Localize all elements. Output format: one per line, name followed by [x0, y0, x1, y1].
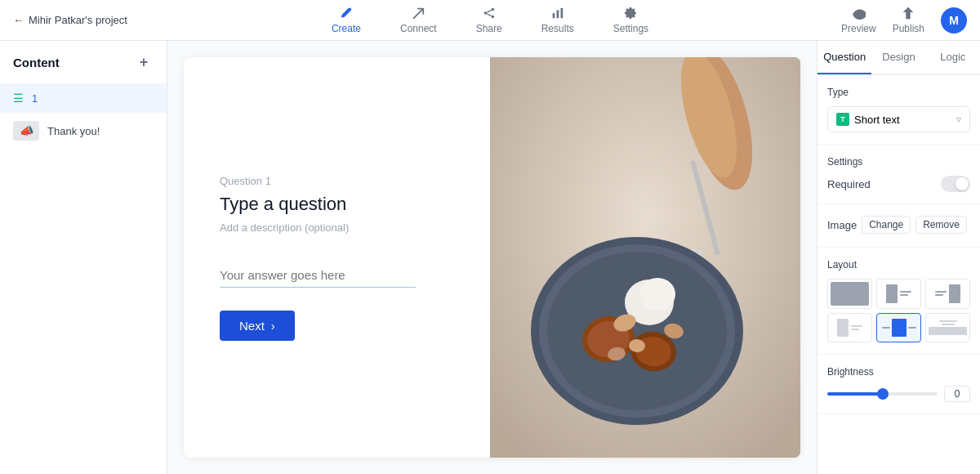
nav-right: Preview Publish M — [841, 6, 967, 34]
next-button[interactable]: Next › — [220, 311, 295, 341]
type-select-dropdown[interactable]: T Short text ▿ — [827, 106, 970, 132]
nav-share[interactable]: Share — [470, 2, 509, 38]
settings-section: Settings Required — [817, 145, 980, 204]
brightness-fill — [827, 392, 883, 396]
required-toggle[interactable] — [941, 176, 970, 192]
nav-center: Create Connect Share Results — [325, 2, 655, 38]
thank-you-icon: 📣 — [13, 121, 39, 141]
create-icon — [339, 6, 354, 20]
nav-create-label: Create — [332, 23, 361, 34]
svg-point-16 — [547, 252, 727, 410]
svg-line-3 — [487, 10, 491, 12]
back-arrow-icon: ← — [13, 14, 24, 26]
question-number: 1 — [32, 92, 38, 105]
brightness-value: 0 — [944, 386, 970, 402]
svg-point-18 — [639, 278, 675, 311]
results-icon — [550, 6, 565, 20]
nav-share-label: Share — [476, 23, 502, 34]
tab-question[interactable]: Question — [817, 41, 871, 74]
food-photo — [490, 57, 800, 458]
svg-line-4 — [487, 14, 491, 16]
next-arrow-icon: › — [271, 319, 275, 333]
content-area: Question 1 Type a question Add a descrip… — [167, 41, 817, 474]
toggle-knob — [956, 177, 969, 190]
nav-results-label: Results — [541, 23, 574, 34]
tab-logic[interactable]: Logic — [926, 41, 980, 74]
nav-settings-label: Settings — [613, 23, 648, 34]
svg-rect-5 — [552, 13, 555, 18]
brightness-label: Brightness — [827, 366, 970, 378]
avatar[interactable]: M — [941, 7, 967, 34]
layout-full[interactable] — [827, 279, 872, 309]
question-title: Type a question — [220, 194, 454, 215]
type-section: Type T Short text ▿ — [817, 75, 980, 145]
thank-you-label: Thank you! — [47, 125, 100, 137]
settings-label: Settings — [827, 156, 970, 168]
thank-you-item[interactable]: 📣 Thank you! — [0, 113, 167, 149]
sidebar-header: Content + — [0, 41, 167, 83]
nav-connect[interactable]: Connect — [394, 2, 443, 38]
layout-left-img-right-text[interactable] — [876, 279, 921, 309]
svg-point-2 — [483, 11, 487, 15]
form-left: Question 1 Type a question Add a descrip… — [184, 57, 490, 458]
image-label: Image — [827, 219, 857, 231]
answer-input[interactable] — [220, 263, 416, 288]
layout-label: Layout — [827, 259, 970, 271]
layout-center-selected[interactable] — [876, 313, 921, 343]
type-label: Type — [827, 87, 970, 98]
required-label: Required — [827, 178, 871, 190]
layout-left-half[interactable] — [827, 313, 872, 343]
layout-bottom-img[interactable] — [925, 313, 970, 343]
short-text-type-icon: T — [836, 113, 849, 126]
image-section: Image Change Remove — [817, 204, 980, 248]
sidebar-title: Content — [13, 56, 60, 69]
svg-rect-7 — [560, 8, 563, 19]
tab-design[interactable]: Design — [871, 41, 925, 74]
publish-btn[interactable]: Publish — [893, 6, 924, 34]
image-row: Image Change Remove — [827, 216, 970, 234]
preview-icon — [851, 6, 866, 20]
form-card: Question 1 Type a question Add a descrip… — [184, 57, 800, 458]
add-content-button[interactable]: + — [134, 52, 154, 72]
preview-btn[interactable]: Preview — [841, 6, 876, 34]
back-link[interactable]: ← Mihir Patkar's project — [13, 14, 127, 26]
publish-label: Publish — [893, 23, 924, 34]
preview-label: Preview — [841, 23, 876, 34]
nav-create[interactable]: Create — [325, 2, 368, 38]
food-svg — [490, 57, 800, 458]
layout-section: Layout — [817, 248, 980, 355]
type-select-left: T Short text — [836, 113, 900, 126]
nav-results[interactable]: Results — [535, 2, 581, 38]
connect-icon — [411, 6, 425, 20]
remove-image-button[interactable]: Remove — [915, 216, 967, 234]
sidebar-item-1[interactable]: ☰ 1 — [0, 83, 167, 113]
type-value: Short text — [854, 114, 900, 126]
question-label: Question 1 — [220, 175, 454, 187]
nav-connect-label: Connect — [400, 23, 437, 34]
publish-icon — [901, 6, 915, 20]
settings-icon — [623, 6, 638, 20]
svg-point-1 — [491, 16, 494, 19]
project-title: Mihir Patkar's project — [29, 14, 127, 26]
required-row: Required — [827, 176, 970, 192]
next-label: Next — [239, 319, 265, 333]
panel-tabs: Question Design Logic — [817, 41, 980, 75]
top-nav: ← Mihir Patkar's project Create Connect … — [0, 0, 980, 41]
layout-left-text-right-img[interactable] — [925, 279, 970, 309]
right-panel: Question Design Logic Type T Short text … — [817, 41, 980, 474]
brightness-knob — [877, 388, 889, 400]
brightness-slider[interactable] — [827, 392, 938, 396]
brightness-row: 0 — [827, 386, 970, 402]
main-layout: Content + ☰ 1 📣 Thank you! Question 1 Ty… — [0, 41, 980, 474]
layout-grid — [827, 279, 970, 342]
share-icon — [482, 6, 497, 20]
svg-rect-6 — [556, 10, 559, 18]
svg-point-0 — [491, 8, 494, 11]
change-image-button[interactable]: Change — [862, 216, 911, 234]
chevron-down-icon: ▿ — [956, 114, 961, 125]
question-desc: Add a description (optional) — [220, 221, 454, 234]
form-image — [490, 57, 800, 458]
brightness-section: Brightness 0 — [817, 355, 980, 414]
nav-settings[interactable]: Settings — [607, 2, 655, 38]
question-type-icon: ☰ — [13, 92, 24, 105]
